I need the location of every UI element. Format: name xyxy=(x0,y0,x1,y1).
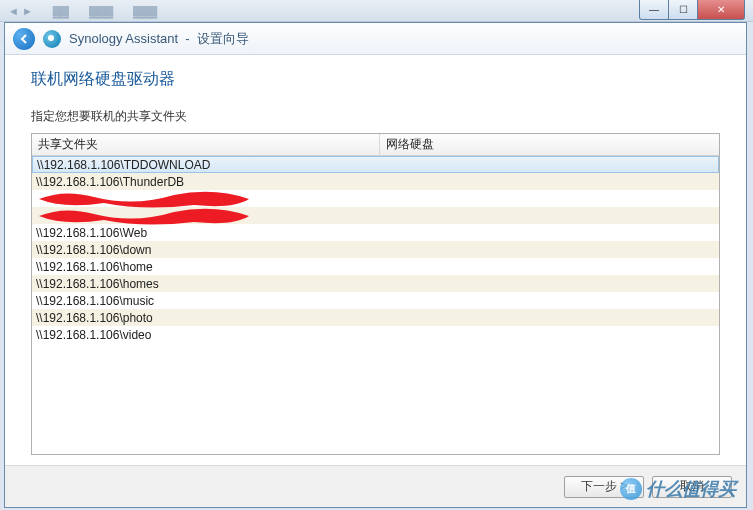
table-body[interactable]: \\192.168.1.106\TDDOWNLOAD\\192.168.1.10… xyxy=(32,156,719,454)
table-row[interactable]: \\192.168.1.106\music xyxy=(32,292,719,309)
instruction-text: 指定您想要联机的共享文件夹 xyxy=(31,108,720,125)
table-row[interactable]: \\192.168.1.106\down xyxy=(32,241,719,258)
share-path-cell: \\192.168.1.106\video xyxy=(32,328,380,342)
redaction-mark xyxy=(34,202,259,230)
section-title: 联机网络硬盘驱动器 xyxy=(31,69,720,90)
close-button[interactable]: ✕ xyxy=(697,0,745,20)
wizard-footer: 下一步 > 取消 值 什么值得买 xyxy=(5,465,746,507)
share-path-cell: \\192.168.1.106\down xyxy=(32,243,380,257)
wizard-header: Synology Assistant - 设置向导 xyxy=(5,23,746,55)
column-header-share-folder[interactable]: 共享文件夹 xyxy=(32,134,380,155)
synology-app-icon xyxy=(43,30,61,48)
maximize-button[interactable]: ☐ xyxy=(668,0,698,20)
column-header-network-drive[interactable]: 网络硬盘 xyxy=(380,134,719,155)
header-title: Synology Assistant - 设置向导 xyxy=(69,30,249,48)
wizard-name: 设置向导 xyxy=(197,31,249,46)
share-path-cell: \\192.168.1.106\TDDOWNLOAD xyxy=(33,158,381,172)
table-row[interactable]: \\192.168.1.106\video xyxy=(32,326,719,343)
wizard-content: 联机网络硬盘驱动器 指定您想要联机的共享文件夹 共享文件夹 网络硬盘 \\192… xyxy=(5,55,746,465)
app-name: Synology Assistant xyxy=(69,31,178,46)
table-row[interactable]: \\192.168.1.106\homes xyxy=(32,275,719,292)
share-path-cell: \\192.168.1.106\homes xyxy=(32,277,380,291)
table-row[interactable]: \\192.168.1.106\TDDOWNLOAD xyxy=(32,156,719,173)
share-path-cell: \\192.168.1.106\music xyxy=(32,294,380,308)
cancel-button[interactable]: 取消 xyxy=(652,476,732,498)
share-path-cell: \\192.168.1.106\photo xyxy=(32,311,380,325)
share-folder-table: 共享文件夹 网络硬盘 \\192.168.1.106\TDDOWNLOAD\\1… xyxy=(31,133,720,455)
share-path-cell: \\192.168.1.106\home xyxy=(32,260,380,274)
table-row[interactable] xyxy=(32,207,719,224)
window-controls: — ☐ ✕ xyxy=(640,0,745,20)
back-button[interactable] xyxy=(13,28,35,50)
next-button[interactable]: 下一步 > xyxy=(564,476,644,498)
table-row[interactable]: \\192.168.1.106\photo xyxy=(32,309,719,326)
wizard-window: Synology Assistant - 设置向导 联机网络硬盘驱动器 指定您想… xyxy=(4,22,747,508)
table-header: 共享文件夹 网络硬盘 xyxy=(32,134,719,156)
minimize-button[interactable]: — xyxy=(639,0,669,20)
table-row[interactable]: \\192.168.1.106\home xyxy=(32,258,719,275)
